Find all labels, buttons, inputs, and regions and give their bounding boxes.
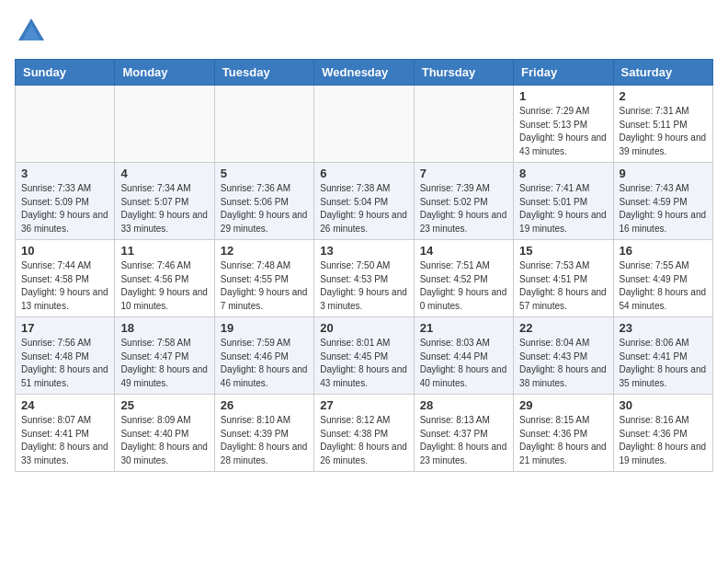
calendar-cell: 24Sunrise: 8:07 AMSunset: 4:41 PMDayligh…	[16, 395, 115, 472]
day-info: Sunrise: 8:03 AMSunset: 4:44 PMDaylight:…	[420, 337, 507, 390]
calendar-cell: 3Sunrise: 7:33 AMSunset: 5:09 PMDaylight…	[16, 163, 115, 240]
calendar-cell: 13Sunrise: 7:50 AMSunset: 4:53 PMDayligh…	[314, 240, 414, 317]
day-number: 25	[120, 398, 208, 412]
day-info: Sunrise: 8:01 AMSunset: 4:45 PMDaylight:…	[320, 337, 407, 390]
day-number: 24	[21, 398, 108, 412]
calendar-cell: 19Sunrise: 7:59 AMSunset: 4:46 PMDayligh…	[214, 317, 313, 395]
day-number: 11	[120, 244, 208, 258]
day-info: Sunrise: 7:53 AMSunset: 4:51 PMDaylight:…	[519, 259, 607, 313]
col-header-wednesday: Wednesday	[314, 60, 414, 86]
calendar-cell: 1Sunrise: 7:29 AMSunset: 5:13 PMDaylight…	[514, 86, 613, 163]
day-number: 1	[519, 89, 607, 103]
calendar-cell: 22Sunrise: 8:04 AMSunset: 4:43 PMDayligh…	[514, 317, 613, 395]
calendar-header-row: SundayMondayTuesdayWednesdayThursdayFrid…	[16, 60, 713, 86]
day-info: Sunrise: 7:34 AMSunset: 5:07 PMDaylight:…	[120, 182, 208, 236]
day-info: Sunrise: 7:55 AMSunset: 4:49 PMDaylight:…	[620, 259, 707, 313]
day-number: 23	[620, 321, 707, 335]
day-info: Sunrise: 7:48 AMSunset: 4:55 PMDaylight:…	[221, 259, 308, 313]
calendar-cell: 12Sunrise: 7:48 AMSunset: 4:55 PMDayligh…	[214, 240, 313, 317]
calendar-week-row: 3Sunrise: 7:33 AMSunset: 5:09 PMDaylight…	[16, 163, 713, 240]
day-info: Sunrise: 8:15 AMSunset: 4:36 PMDaylight:…	[519, 414, 607, 467]
day-number: 13	[320, 244, 407, 258]
calendar-cell	[214, 86, 313, 163]
day-number: 21	[420, 321, 507, 335]
day-info: Sunrise: 7:51 AMSunset: 4:52 PMDaylight:…	[420, 259, 507, 313]
calendar-cell: 28Sunrise: 8:13 AMSunset: 4:37 PMDayligh…	[414, 395, 513, 472]
day-info: Sunrise: 7:50 AMSunset: 4:53 PMDaylight:…	[320, 259, 407, 313]
day-info: Sunrise: 7:31 AMSunset: 5:11 PMDaylight:…	[620, 105, 707, 158]
calendar-cell: 15Sunrise: 7:53 AMSunset: 4:51 PMDayligh…	[514, 240, 613, 317]
day-info: Sunrise: 8:10 AMSunset: 4:39 PMDaylight:…	[221, 414, 308, 467]
day-info: Sunrise: 7:46 AMSunset: 4:56 PMDaylight:…	[120, 259, 208, 313]
day-info: Sunrise: 7:58 AMSunset: 4:47 PMDaylight:…	[120, 337, 208, 390]
calendar-cell: 11Sunrise: 7:46 AMSunset: 4:56 PMDayligh…	[115, 240, 214, 317]
day-number: 18	[120, 321, 208, 335]
col-header-thursday: Thursday	[414, 60, 513, 86]
day-number: 29	[519, 398, 607, 412]
calendar-cell	[314, 86, 414, 163]
day-number: 12	[221, 244, 308, 258]
day-number: 7	[420, 167, 507, 180]
day-number: 4	[120, 167, 208, 180]
calendar-week-row: 17Sunrise: 7:56 AMSunset: 4:48 PMDayligh…	[16, 317, 713, 395]
calendar-cell: 30Sunrise: 8:16 AMSunset: 4:36 PMDayligh…	[613, 395, 712, 472]
day-number: 17	[21, 321, 108, 335]
day-number: 2	[620, 89, 707, 103]
day-info: Sunrise: 8:07 AMSunset: 4:41 PMDaylight:…	[21, 414, 108, 467]
calendar-table: SundayMondayTuesdayWednesdayThursdayFrid…	[15, 59, 713, 472]
day-info: Sunrise: 8:09 AMSunset: 4:40 PMDaylight:…	[120, 414, 208, 467]
day-number: 6	[320, 167, 407, 180]
calendar-cell: 18Sunrise: 7:58 AMSunset: 4:47 PMDayligh…	[115, 317, 214, 395]
col-header-monday: Monday	[115, 60, 214, 86]
calendar-week-row: 24Sunrise: 8:07 AMSunset: 4:41 PMDayligh…	[16, 395, 713, 472]
day-number: 5	[221, 167, 308, 180]
calendar-week-row: 10Sunrise: 7:44 AMSunset: 4:58 PMDayligh…	[16, 240, 713, 317]
day-number: 19	[221, 321, 308, 335]
day-number: 3	[21, 167, 108, 180]
calendar-cell: 27Sunrise: 8:12 AMSunset: 4:38 PMDayligh…	[314, 395, 414, 472]
col-header-saturday: Saturday	[613, 60, 712, 86]
logo	[15, 15, 51, 48]
calendar-cell: 16Sunrise: 7:55 AMSunset: 4:49 PMDayligh…	[613, 240, 712, 317]
col-header-sunday: Sunday	[16, 60, 115, 86]
calendar-cell: 9Sunrise: 7:43 AMSunset: 4:59 PMDaylight…	[613, 163, 712, 240]
calendar-cell: 8Sunrise: 7:41 AMSunset: 5:01 PMDaylight…	[514, 163, 613, 240]
day-number: 15	[519, 244, 607, 258]
calendar-cell: 20Sunrise: 8:01 AMSunset: 4:45 PMDayligh…	[314, 317, 414, 395]
day-info: Sunrise: 8:12 AMSunset: 4:38 PMDaylight:…	[320, 414, 407, 467]
day-number: 8	[519, 167, 607, 180]
day-info: Sunrise: 8:16 AMSunset: 4:36 PMDaylight:…	[620, 414, 707, 467]
day-info: Sunrise: 7:39 AMSunset: 5:02 PMDaylight:…	[420, 182, 507, 236]
day-info: Sunrise: 7:56 AMSunset: 4:48 PMDaylight:…	[21, 337, 108, 390]
day-info: Sunrise: 7:38 AMSunset: 5:04 PMDaylight:…	[320, 182, 407, 236]
day-info: Sunrise: 7:43 AMSunset: 4:59 PMDaylight:…	[620, 182, 707, 236]
day-number: 10	[21, 244, 108, 258]
logo-icon	[15, 15, 48, 48]
day-info: Sunrise: 8:04 AMSunset: 4:43 PMDaylight:…	[519, 337, 607, 390]
calendar-cell: 6Sunrise: 7:38 AMSunset: 5:04 PMDaylight…	[314, 163, 414, 240]
day-info: Sunrise: 7:44 AMSunset: 4:58 PMDaylight:…	[21, 259, 108, 313]
col-header-tuesday: Tuesday	[214, 60, 313, 86]
day-info: Sunrise: 7:59 AMSunset: 4:46 PMDaylight:…	[221, 337, 308, 390]
day-number: 14	[420, 244, 507, 258]
calendar-cell: 14Sunrise: 7:51 AMSunset: 4:52 PMDayligh…	[414, 240, 513, 317]
day-info: Sunrise: 8:13 AMSunset: 4:37 PMDaylight:…	[420, 414, 507, 467]
day-info: Sunrise: 8:06 AMSunset: 4:41 PMDaylight:…	[620, 337, 707, 390]
page-header	[15, 15, 713, 48]
day-info: Sunrise: 7:41 AMSunset: 5:01 PMDaylight:…	[519, 182, 607, 236]
day-number: 16	[620, 244, 707, 258]
calendar-cell: 26Sunrise: 8:10 AMSunset: 4:39 PMDayligh…	[214, 395, 313, 472]
calendar-week-row: 1Sunrise: 7:29 AMSunset: 5:13 PMDaylight…	[16, 86, 713, 163]
day-number: 26	[221, 398, 308, 412]
calendar-cell	[414, 86, 513, 163]
day-number: 9	[620, 167, 707, 180]
col-header-friday: Friday	[514, 60, 613, 86]
calendar-cell: 5Sunrise: 7:36 AMSunset: 5:06 PMDaylight…	[214, 163, 313, 240]
calendar-cell: 4Sunrise: 7:34 AMSunset: 5:07 PMDaylight…	[115, 163, 214, 240]
day-number: 30	[620, 398, 707, 412]
day-info: Sunrise: 7:29 AMSunset: 5:13 PMDaylight:…	[519, 105, 607, 158]
calendar-cell: 23Sunrise: 8:06 AMSunset: 4:41 PMDayligh…	[613, 317, 712, 395]
day-info: Sunrise: 7:36 AMSunset: 5:06 PMDaylight:…	[221, 182, 308, 236]
calendar-cell: 17Sunrise: 7:56 AMSunset: 4:48 PMDayligh…	[16, 317, 115, 395]
calendar-cell: 21Sunrise: 8:03 AMSunset: 4:44 PMDayligh…	[414, 317, 513, 395]
